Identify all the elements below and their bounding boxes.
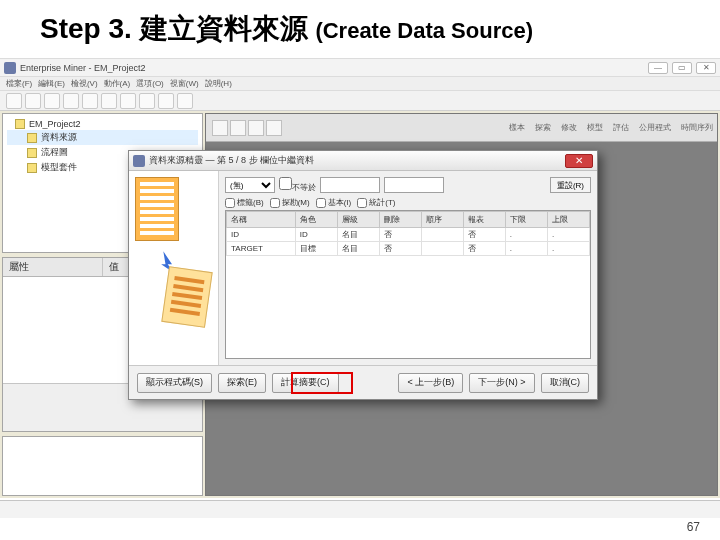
folder-icon — [15, 119, 25, 129]
table-icon — [135, 177, 179, 241]
canvas-toolbar-button[interactable] — [212, 120, 228, 136]
grid-header[interactable]: 下限 — [505, 212, 547, 228]
grid-cell[interactable]: . — [505, 228, 547, 242]
not-equal-toggle[interactable]: 不等於 — [279, 177, 316, 193]
column-metadata-grid[interactable]: 名稱 角色 層級 刪除 順序 報表 下限 上限 ID ID — [225, 210, 591, 359]
toolbar-button[interactable] — [6, 93, 22, 109]
canvas-toolbar-button[interactable] — [230, 120, 246, 136]
toolbar-button[interactable] — [158, 93, 174, 109]
highlight-box — [291, 372, 353, 394]
canvas-toolbar-button[interactable] — [248, 120, 264, 136]
document-icon — [161, 266, 212, 328]
menu-item[interactable]: 視窗(W) — [170, 78, 199, 89]
folder-icon — [27, 133, 37, 143]
wizard-checkbox-row: 標籤(B) 探勘(M) 基本(I) 統計(T) — [225, 197, 591, 208]
grid-cell[interactable]: TARGET — [227, 242, 296, 256]
tree-item[interactable]: 資料來源 — [41, 131, 77, 144]
canvas-toolbar-button[interactable] — [266, 120, 282, 136]
canvas-tab[interactable]: 評估 — [609, 122, 633, 133]
app-titlebar: Enterprise Miner - EM_Project2 — ▭ ✕ — [0, 59, 720, 77]
grid-header[interactable]: 上限 — [547, 212, 589, 228]
menu-item[interactable]: 編輯(E) — [38, 78, 65, 89]
exploration-checkbox[interactable]: 探勘(M) — [270, 197, 310, 208]
grid-cell[interactable]: 名目 — [337, 228, 379, 242]
menu-item[interactable]: 檢視(V) — [71, 78, 98, 89]
stats-checkbox[interactable]: 統計(T) — [357, 197, 395, 208]
wizard-footer: 顯示程式碼(S) 探索(E) 計算摘要(C) < 上一步(B) 下一步(N) >… — [129, 365, 597, 399]
canvas-tab[interactable]: 公用程式 — [635, 122, 675, 133]
title-en: (Create Data Source) — [315, 18, 533, 43]
grid-header[interactable]: 刪除 — [379, 212, 421, 228]
grid-cell[interactable]: 否 — [463, 242, 505, 256]
app-toolbar — [0, 91, 720, 111]
toolbar-button[interactable] — [63, 93, 79, 109]
canvas-tab[interactable]: 時間序列 — [677, 122, 717, 133]
grid-cell[interactable]: ID — [295, 228, 337, 242]
wizard-filter-row: (無) 不等於 重設(R) — [225, 177, 591, 193]
wizard-title-text: 資料來源精靈 — 第 5 / 8 步 欄位中繼資料 — [149, 154, 314, 167]
grid-cell[interactable]: 否 — [379, 228, 421, 242]
app-title-text: Enterprise Miner - EM_Project2 — [20, 63, 146, 73]
grid-row[interactable]: ID ID 名目 否 否 . . — [227, 228, 590, 242]
tree-item[interactable]: 模型套件 — [41, 161, 77, 174]
menu-item[interactable]: 說明(H) — [205, 78, 232, 89]
menu-item[interactable]: 檔案(F) — [6, 78, 32, 89]
grid-cell[interactable]: 名目 — [337, 242, 379, 256]
reset-button[interactable]: 重設(R) — [550, 177, 591, 193]
canvas-tab[interactable]: 探索 — [531, 122, 555, 133]
filter-input[interactable] — [320, 177, 380, 193]
tree-root[interactable]: EM_Project2 — [29, 119, 81, 129]
grid-cell[interactable]: 否 — [379, 242, 421, 256]
cancel-button[interactable]: 取消(C) — [541, 373, 590, 393]
canvas-tab[interactable]: 修改 — [557, 122, 581, 133]
window-maximize-button[interactable]: ▭ — [672, 62, 692, 74]
explore-button[interactable]: 探索(E) — [218, 373, 266, 393]
canvas-toolbar: 樣本 探索 修改 模型 評估 公用程式 時間序列 — [206, 114, 717, 142]
grid-cell[interactable] — [421, 228, 463, 242]
back-button[interactable]: < 上一步(B) — [398, 373, 463, 393]
grid-cell[interactable]: . — [505, 242, 547, 256]
grid-header[interactable]: 層級 — [337, 212, 379, 228]
grid-header[interactable]: 角色 — [295, 212, 337, 228]
toolbar-button[interactable] — [25, 93, 41, 109]
props-col-name: 屬性 — [3, 258, 103, 276]
grid-cell[interactable]: 否 — [463, 228, 505, 242]
toolbar-button[interactable] — [139, 93, 155, 109]
label-checkbox[interactable]: 標籤(B) — [225, 197, 264, 208]
title-prefix: Step 3. — [40, 13, 140, 44]
grid-cell[interactable]: ID — [227, 228, 296, 242]
wizard-close-button[interactable]: ✕ — [565, 154, 593, 168]
window-close-button[interactable]: ✕ — [696, 62, 716, 74]
grid-row[interactable]: TARGET 目標 名目 否 否 . . — [227, 242, 590, 256]
toolbar-button[interactable] — [101, 93, 117, 109]
menu-item[interactable]: 動作(A) — [104, 78, 131, 89]
toolbar-button[interactable] — [44, 93, 60, 109]
show-code-button[interactable]: 顯示程式碼(S) — [137, 373, 212, 393]
menu-item[interactable]: 選項(O) — [136, 78, 164, 89]
title-zh: 建立資料來源 — [140, 13, 308, 44]
grid-header[interactable]: 名稱 — [227, 212, 296, 228]
grid-cell[interactable]: 目標 — [295, 242, 337, 256]
window-minimize-button[interactable]: — — [648, 62, 668, 74]
toolbar-button[interactable] — [177, 93, 193, 109]
filter-select[interactable]: (無) — [225, 177, 275, 193]
basic-checkbox[interactable]: 基本(I) — [316, 197, 352, 208]
toolbar-button[interactable] — [82, 93, 98, 109]
grid-cell[interactable]: . — [547, 228, 589, 242]
tree-item[interactable]: 流程圖 — [41, 146, 68, 159]
grid-header[interactable]: 順序 — [421, 212, 463, 228]
grid-cell[interactable] — [421, 242, 463, 256]
wizard-titlebar[interactable]: 資料來源精靈 — 第 5 / 8 步 欄位中繼資料 ✕ — [129, 151, 597, 171]
wizard-icon — [133, 155, 145, 167]
toolbar-button[interactable] — [120, 93, 136, 109]
next-button[interactable]: 下一步(N) > — [469, 373, 534, 393]
folder-icon — [27, 148, 37, 158]
filter-input[interactable] — [384, 177, 444, 193]
grid-header[interactable]: 報表 — [463, 212, 505, 228]
grid-cell[interactable]: . — [547, 242, 589, 256]
canvas-tab[interactable]: 樣本 — [505, 122, 529, 133]
help-panel — [2, 436, 203, 496]
canvas-tab[interactable]: 模型 — [583, 122, 607, 133]
slide-page-number: 67 — [687, 520, 700, 534]
menubar: 檔案(F) 編輯(E) 檢視(V) 動作(A) 選項(O) 視窗(W) 說明(H… — [0, 77, 720, 91]
